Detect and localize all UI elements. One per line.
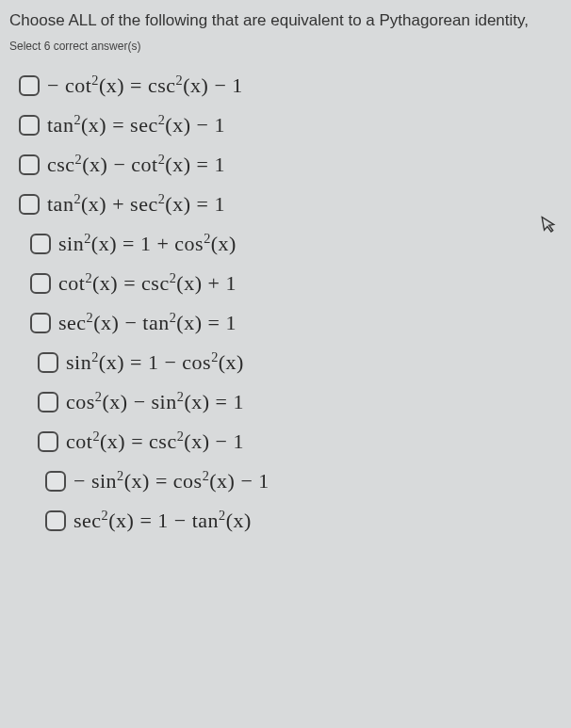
option-expression: cot2(x) = csc2(x) − 1: [66, 429, 244, 454]
option-expression: csc2(x) − cot2(x) = 1: [47, 153, 225, 177]
question-instruction: Select 6 correct answer(s): [9, 40, 562, 53]
option-7[interactable]: sec2(x) − tan2(x) = 1: [26, 303, 562, 343]
option-expression: sin2(x) = 1 − cos2(x): [66, 350, 244, 375]
option-6[interactable]: cot2(x) = csc2(x) + 1: [26, 264, 562, 303]
option-expression: cot2(x) = csc2(x) + 1: [58, 271, 237, 296]
option-expression: sin2(x) = 1 + cos2(x): [58, 232, 237, 256]
option-9[interactable]: cos2(x) − sin2(x) = 1: [34, 382, 562, 422]
option-12[interactable]: sec2(x) = 1 − tan2(x): [41, 501, 562, 541]
checkbox-icon[interactable]: [19, 115, 40, 136]
checkbox-icon[interactable]: [38, 392, 58, 413]
option-4[interactable]: tan2(x) + sec2(x) = 1: [15, 185, 562, 224]
checkbox-icon[interactable]: [19, 75, 40, 96]
option-expression: sec2(x) = 1 − tan2(x): [73, 509, 252, 533]
option-8[interactable]: sin2(x) = 1 − cos2(x): [34, 343, 562, 382]
option-10[interactable]: cot2(x) = csc2(x) − 1: [34, 422, 562, 461]
option-expression: tan2(x) + sec2(x) = 1: [47, 192, 225, 217]
checkbox-icon[interactable]: [19, 194, 40, 215]
checkbox-icon[interactable]: [38, 352, 58, 373]
option-2[interactable]: tan2(x) = sec2(x) − 1: [15, 105, 562, 145]
checkbox-icon[interactable]: [38, 431, 58, 452]
option-11[interactable]: − sin2(x) = cos2(x) − 1: [41, 461, 562, 501]
checkbox-icon[interactable]: [19, 154, 40, 175]
option-3[interactable]: csc2(x) − cot2(x) = 1: [15, 145, 562, 185]
checkbox-icon[interactable]: [30, 313, 51, 333]
checkbox-icon[interactable]: [45, 471, 66, 492]
checkbox-icon[interactable]: [30, 234, 51, 254]
option-expression: − cot2(x) = csc2(x) − 1: [47, 73, 243, 98]
option-expression: sec2(x) − tan2(x) = 1: [58, 311, 237, 335]
option-expression: tan2(x) = sec2(x) − 1: [47, 113, 225, 138]
option-expression: − sin2(x) = cos2(x) − 1: [73, 469, 269, 493]
options-list: − cot2(x) = csc2(x) − 1 tan2(x) = sec2(x…: [9, 66, 562, 541]
option-expression: cos2(x) − sin2(x) = 1: [66, 390, 244, 414]
checkbox-icon[interactable]: [30, 273, 51, 294]
checkbox-icon[interactable]: [45, 510, 66, 531]
option-5[interactable]: sin2(x) = 1 + cos2(x): [26, 224, 562, 264]
question-title: Choose ALL of the following that are equ…: [9, 11, 562, 30]
option-1[interactable]: − cot2(x) = csc2(x) − 1: [15, 66, 562, 105]
